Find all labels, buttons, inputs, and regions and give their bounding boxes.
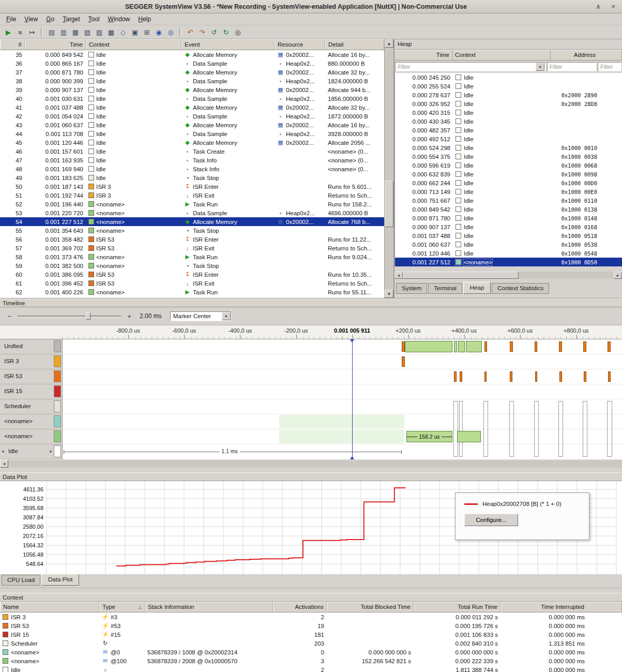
zoom-slider[interactable]: [18, 312, 121, 320]
show-timeline-window-button[interactable]: ▦: [70, 26, 81, 38]
menu-file[interactable]: File: [2, 14, 20, 24]
column-header-address[interactable]: Address: [551, 50, 622, 60]
timeline-activity-block[interactable]: [458, 341, 465, 352]
timeline-activity-outline[interactable]: [534, 401, 539, 457]
timeline-event-tick[interactable]: [559, 341, 562, 352]
read-recorded-data-button[interactable]: ↦: [26, 26, 38, 38]
menu-window[interactable]: Window: [104, 14, 134, 24]
heap-row[interactable]: 0.000 849 542Idle0x1000 0138: [395, 205, 622, 214]
zoom-slider-track[interactable]: [18, 316, 121, 317]
heap-row[interactable]: 0.000 524 298Idle0x1000 0010: [395, 143, 622, 152]
event-row[interactable]: 580.001 373 476<noname>▶Task RunRuns for…: [0, 252, 384, 261]
timeline-activity-block[interactable]: [457, 431, 481, 442]
heap-row[interactable]: 0.001 060 637Idle0x1000 0538: [395, 240, 622, 249]
heap-row[interactable]: 0.001 037 488Idle0x1000 0518: [395, 231, 622, 240]
event-row[interactable]: 540.001 227 512<noname>◆Allocate Memory▦…: [0, 217, 384, 226]
timeline-event-tick[interactable]: [608, 341, 610, 352]
event-row[interactable]: 500.001 187 143ISR 3↧ISR EnterRuns for 5…: [0, 182, 384, 191]
column-header-context[interactable]: Context: [86, 39, 181, 50]
timeline-content[interactable]: 158.2 us1.1 ms: [62, 339, 622, 459]
timeline-row-isr-15[interactable]: ISR 15: [0, 384, 62, 399]
event-row[interactable]: 360.000 865 167Idle•Data Sample•Heap0x2.…: [0, 59, 384, 68]
column-header-detail[interactable]: Detail: [325, 39, 384, 50]
timeline-event-tick[interactable]: [535, 371, 538, 382]
timeline-scroll-left-icon[interactable]: ◂: [2, 449, 4, 454]
show-events-window-button[interactable]: ▤: [46, 26, 57, 38]
timeline-row-isr-3[interactable]: ISR 3: [0, 354, 62, 369]
event-row[interactable]: 410.001 037 488Idle◆Allocate Memory▦0x20…: [0, 103, 384, 112]
timeline-activity-block[interactable]: [405, 341, 452, 352]
tab-terminal[interactable]: Terminal: [428, 283, 462, 294]
scrollbar-track[interactable]: [385, 48, 393, 290]
stop-recording-button[interactable]: ■: [14, 26, 26, 38]
configure-button[interactable]: Configure...: [464, 514, 518, 526]
menu-view[interactable]: View: [20, 14, 42, 24]
timeline-event-tick[interactable]: [402, 356, 404, 367]
menu-help[interactable]: Help: [134, 14, 155, 24]
timeline-activity-outline[interactable]: [483, 401, 488, 457]
column-header-time[interactable]: Time: [395, 50, 452, 60]
go-to-timestamp-button[interactable]: ◎: [232, 26, 244, 38]
scroll-left-icon[interactable]: ◂: [0, 460, 8, 468]
time-filter-combo[interactable]: ▼: [395, 62, 546, 71]
tab-heap[interactable]: Heap: [463, 282, 491, 294]
timeline-row-noname[interactable]: <noname>: [0, 414, 62, 429]
timeline-event-tick[interactable]: [583, 341, 586, 352]
show-context-window-button[interactable]: ▣: [129, 26, 141, 38]
column-header-type[interactable]: Type△: [99, 602, 145, 612]
close-window-icon[interactable]: ×: [607, 2, 619, 11]
timeline-row-isr-53[interactable]: ISR 53: [0, 369, 62, 384]
start-recording-button[interactable]: ▶: [3, 26, 14, 38]
go-to-previous-context-button[interactable]: ↺: [208, 26, 220, 38]
heap-row[interactable]: 0.000 482 357Idle: [395, 126, 622, 135]
event-row[interactable]: 370.000 871 780Idle◆Allocate Memory▦0x20…: [0, 68, 384, 77]
column-header-total-blocked-time[interactable]: Total Blocked Time: [327, 602, 414, 612]
event-row[interactable]: 420.001 054 024Idle•Data Sample•Heap0x2.…: [0, 112, 384, 121]
tab-data-plot[interactable]: Data Plot: [41, 574, 79, 586]
go-to-next-context-button[interactable]: ↻: [220, 26, 232, 38]
zoom-in-button[interactable]: ◉: [153, 26, 164, 38]
timeline-event-tick[interactable]: [584, 371, 586, 382]
show-memory-window-button[interactable]: ⊞: [141, 26, 153, 38]
column-header-time[interactable]: Time: [25, 39, 86, 50]
heap-row[interactable]: 0.000 492 512Idle: [395, 135, 622, 143]
heap-row[interactable]: 0.000 751 667Idle0x1000 0110: [395, 196, 622, 205]
extra-filter-input[interactable]: [599, 63, 620, 70]
event-row[interactable]: 530.001 220 720<noname>•Data Sample•Heap…: [0, 208, 384, 217]
event-row[interactable]: 430.001 060 637Idle◆Allocate Memory▦0x20…: [0, 121, 384, 129]
heap-row[interactable]: 0.000 632 839Idle0x1000 0098: [395, 170, 622, 178]
timeline-row-scheduler[interactable]: Scheduler: [0, 399, 62, 414]
column-header-stack-information[interactable]: Stack Information: [145, 602, 273, 612]
heap-row[interactable]: 0.000 245 250Idle: [395, 73, 622, 82]
zoom-in-button[interactable]: +: [125, 312, 133, 320]
column-header-context[interactable]: Context: [452, 50, 551, 60]
zoom-slider-handle[interactable]: [86, 312, 90, 320]
timeline-event-tick[interactable]: [608, 371, 611, 382]
heap-row[interactable]: 0.000 278 637Idle0x2000 2890: [395, 91, 622, 99]
timeline-event-tick[interactable]: [535, 341, 537, 352]
timeline-activity-block[interactable]: [466, 341, 482, 352]
timeline-activity-block[interactable]: [454, 341, 457, 352]
timeline-row-idle[interactable]: Idle◂▸: [0, 444, 62, 459]
heap-row[interactable]: 0.000 554 375Idle0x1000 0038: [395, 152, 622, 161]
address-filter-input[interactable]: [549, 63, 595, 70]
event-row[interactable]: 590.001 382 500<noname>◔Task Stop: [0, 261, 384, 270]
show-data-plot-window-button[interactable]: ▨: [94, 26, 105, 38]
event-row[interactable]: 600.001 386 095ISR 53↧ISR EnterRuns for …: [0, 270, 384, 279]
timeline-activity-outline[interactable]: [558, 401, 563, 457]
menu-tool[interactable]: Tool: [84, 14, 104, 24]
address-filter[interactable]: [547, 62, 597, 71]
show-runtime-window-button[interactable]: ▩: [105, 26, 117, 38]
extra-filter[interactable]: [598, 62, 621, 71]
zoom-out-button[interactable]: ◎: [165, 26, 176, 38]
heap-row[interactable]: 0.000 430 345Idle: [395, 117, 622, 126]
show-terminal-window-button[interactable]: ▥: [58, 26, 69, 38]
context-row[interactable]: <noname>✉@0536878339 / 1008 @ 0x20002314…: [0, 648, 622, 656]
heap-horizontal-scrollbar[interactable]: ◂ ▸: [395, 272, 622, 279]
timeline-event-tick[interactable]: [484, 341, 487, 352]
event-row[interactable]: 470.001 163 935Idle•Task Info<noname> (0…: [0, 156, 384, 165]
go-to-previous-event-button[interactable]: ↶: [185, 26, 196, 38]
zoom-out-button[interactable]: −: [5, 312, 13, 320]
column-header-time-interrupted[interactable]: Time Interrupted: [500, 602, 587, 612]
show-heap-window-button[interactable]: ◇: [117, 26, 129, 38]
